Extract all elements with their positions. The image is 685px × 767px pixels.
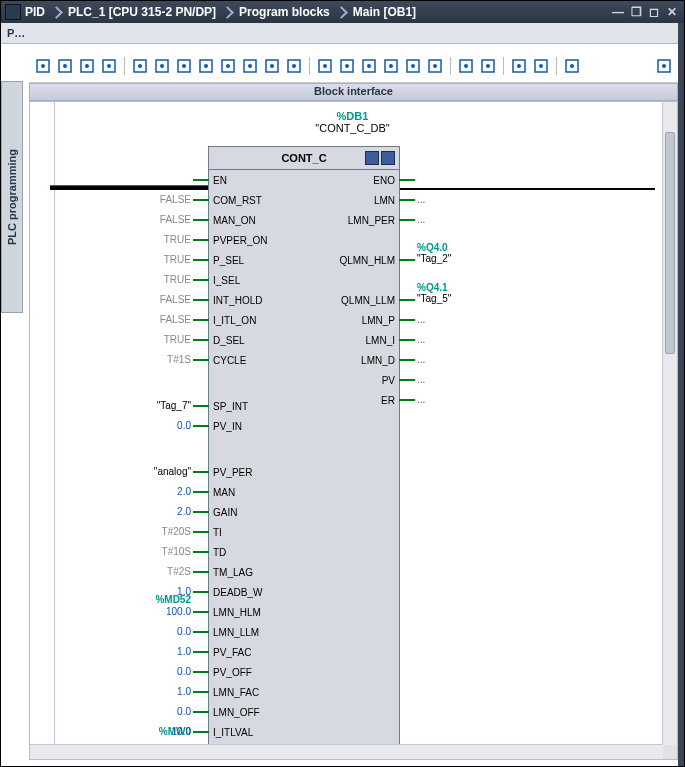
input-value-pv_fac[interactable]: 1.0 xyxy=(177,646,191,657)
input-value-pvper_on[interactable]: TRUE xyxy=(164,234,191,245)
upload-icon[interactable] xyxy=(240,56,260,76)
search-icon[interactable] xyxy=(509,56,529,76)
horizontal-scrollbar[interactable] xyxy=(30,744,663,759)
input-value-int_hold[interactable]: FALSE xyxy=(160,294,191,305)
input-value-d_sel[interactable]: TRUE xyxy=(164,334,191,345)
maximize-button[interactable]: ◻ xyxy=(646,5,662,19)
block-icon[interactable] xyxy=(130,56,150,76)
crumb-program-blocks[interactable]: Program blocks xyxy=(239,5,330,19)
compile-icon[interactable] xyxy=(99,56,119,76)
insert-network-icon[interactable] xyxy=(33,56,53,76)
input-value-pv_per[interactable]: "analog" xyxy=(154,466,191,477)
input-value-lmn_fac[interactable]: 1.0 xyxy=(177,686,191,697)
structure-icon[interactable] xyxy=(562,56,582,76)
input-pin-lmn_hlm[interactable]: LMN_HLM xyxy=(213,607,261,618)
input-pin-deadb_w[interactable]: DEADB_W xyxy=(213,587,262,598)
fb-header-icon-1[interactable] xyxy=(365,151,379,165)
restore-button[interactable]: ❐ xyxy=(628,5,644,19)
output-stub-lmn_i[interactable]: ... xyxy=(417,334,425,345)
input-value-tm_lag[interactable]: T#2S xyxy=(167,566,191,577)
sync2-icon[interactable] xyxy=(403,56,423,76)
input-value-i_sel[interactable]: TRUE xyxy=(164,274,191,285)
input-value-man_on[interactable]: FALSE xyxy=(160,214,191,225)
output-pin-pv[interactable]: PV xyxy=(382,375,395,386)
fb-block-cont-c[interactable]: CONT_C ENCOM_RSTFALSEMAN_ONFALSEPVPER_ON… xyxy=(208,146,400,745)
input-value-ti[interactable]: T#20S xyxy=(162,526,191,537)
input-pin-tm_lag[interactable]: TM_LAG xyxy=(213,567,253,578)
editor-canvas[interactable]: %DB1 "CONT_C_DB" CONT_C ENCOM_RSTFALSEMA… xyxy=(30,102,663,745)
output-tag-qlmn_llm[interactable]: %Q4.1"Tag_5" xyxy=(417,282,451,304)
output-tag-qlmn_hlm[interactable]: %Q4.0"Tag_2" xyxy=(417,242,451,264)
input-pin-pvper_on[interactable]: PVPER_ON xyxy=(213,235,267,246)
input-value-lmn_off[interactable]: 0.0 xyxy=(177,706,191,717)
input-pin-lmn_off[interactable]: LMN_OFF xyxy=(213,707,260,718)
output-stub-pv[interactable]: ... xyxy=(417,374,425,385)
output-pin-eno[interactable]: ENO xyxy=(373,175,395,186)
input-value-p_sel[interactable]: TRUE xyxy=(164,254,191,265)
input-pin-pv_off[interactable]: PV_OFF xyxy=(213,667,252,678)
goto-icon[interactable] xyxy=(77,56,97,76)
next-error-icon[interactable] xyxy=(359,56,379,76)
output-pin-qlmn_llm[interactable]: QLMN_LLM xyxy=(341,295,395,306)
input-value-cycle[interactable]: T#1S xyxy=(167,354,191,365)
input-value-gain[interactable]: 2.0 xyxy=(177,506,191,517)
ladder-editor[interactable]: %DB1 "CONT_C_DB" CONT_C ENCOM_RSTFALSEMA… xyxy=(29,101,678,760)
right-dock-edge[interactable] xyxy=(678,23,684,766)
output-pin-lmn[interactable]: LMN xyxy=(374,195,395,206)
sync-icon[interactable] xyxy=(381,56,401,76)
block-interface-bar[interactable]: Block interface xyxy=(29,83,678,101)
input-value-td[interactable]: T#10S xyxy=(162,546,191,557)
input-value-pv_in[interactable]: 0.0 xyxy=(177,420,191,431)
instance-db-tag[interactable]: %DB1 xyxy=(50,110,655,122)
output-stub-er[interactable]: ... xyxy=(417,394,425,405)
input-pin-ti[interactable]: TI xyxy=(213,527,222,538)
input-pin-td[interactable]: TD xyxy=(213,547,226,558)
input-value-pv_off[interactable]: 0.0 xyxy=(177,666,191,677)
input-pin-lmn_fac[interactable]: LMN_FAC xyxy=(213,687,259,698)
output-stub-lmn[interactable]: ... xyxy=(417,194,425,205)
output-pin-lmn_i[interactable]: LMN_I xyxy=(366,335,395,346)
align2-icon[interactable] xyxy=(478,56,498,76)
input-pin-i_itlval[interactable]: I_ITLVAL xyxy=(213,727,253,738)
input-value-i_itl_on[interactable]: FALSE xyxy=(160,314,191,325)
prev-error-icon[interactable] xyxy=(337,56,357,76)
split-icon[interactable] xyxy=(654,56,674,76)
input-value-i_itlval[interactable]: 10.0 xyxy=(172,726,191,737)
instance-db-name[interactable]: "CONT_C_DB" xyxy=(50,122,655,134)
crumb-main[interactable]: Main [OB1] xyxy=(353,5,416,19)
fb-block-header[interactable]: CONT_C xyxy=(209,147,399,170)
input-value-sp_int[interactable]: "Tag_7" xyxy=(157,400,191,411)
breadcrumb[interactable]: PID PLC_1 [CPU 315-2 PN/DP] Program bloc… xyxy=(25,5,610,19)
network-1[interactable]: %DB1 "CONT_C_DB" CONT_C ENCOM_RSTFALSEMA… xyxy=(50,110,655,134)
input-pin-pv_fac[interactable]: PV_FAC xyxy=(213,647,251,658)
align-icon[interactable] xyxy=(456,56,476,76)
side-tab-plc-programming[interactable]: PLC programming xyxy=(1,81,23,313)
open-icon[interactable] xyxy=(152,56,172,76)
crumb-pid[interactable]: PID xyxy=(25,5,45,19)
output-pin-lmn_per[interactable]: LMN_PER xyxy=(348,215,395,226)
output-pin-lmn_d[interactable]: LMN_D xyxy=(361,355,395,366)
input-pin-man[interactable]: MAN xyxy=(213,487,235,498)
minimize-button[interactable]: — xyxy=(610,5,626,19)
input-value-com_rst[interactable]: FALSE xyxy=(160,194,191,205)
input-value-deadb_w[interactable]: 1.0 xyxy=(177,586,191,597)
input-value-lmn_llm[interactable]: 0.0 xyxy=(177,626,191,637)
download-icon[interactable] xyxy=(218,56,238,76)
output-stub-lmn_d[interactable]: ... xyxy=(417,354,425,365)
input-pin-pv_per[interactable]: PV_PER xyxy=(213,467,252,478)
tag-icon[interactable] xyxy=(196,56,216,76)
input-value-lmn_hlm[interactable]: 100.0 xyxy=(166,606,191,617)
comment-icon[interactable] xyxy=(174,56,194,76)
input-pin-gain[interactable]: GAIN xyxy=(213,507,237,518)
snapshot-icon[interactable] xyxy=(284,56,304,76)
monitor-icon[interactable] xyxy=(262,56,282,76)
output-pin-lmn_p[interactable]: LMN_P xyxy=(362,315,395,326)
crossref-icon[interactable] xyxy=(531,56,551,76)
output-pin-er[interactable]: ER xyxy=(381,395,395,406)
crumb-plc[interactable]: PLC_1 [CPU 315-2 PN/DP] xyxy=(68,5,216,19)
output-stub-lmn_per[interactable]: ... xyxy=(417,214,425,225)
close-button[interactable]: ✕ xyxy=(664,5,680,19)
input-pin-pv_in[interactable]: PV_IN xyxy=(213,421,242,432)
scroll-thumb[interactable] xyxy=(665,132,675,354)
input-pin-lmn_llm[interactable]: LMN_LLM xyxy=(213,627,259,638)
